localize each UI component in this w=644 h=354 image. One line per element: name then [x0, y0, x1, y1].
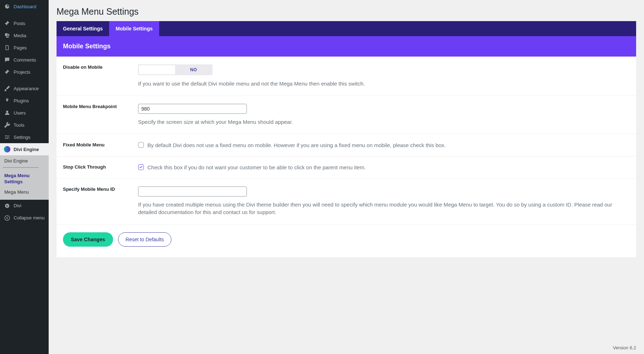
collapse-icon [4, 214, 11, 222]
submenu-divider [3, 167, 39, 168]
sidebar-item-plugins[interactable]: Plugins [0, 94, 49, 107]
field-label: Mobile Menu Breakpoint [63, 104, 138, 126]
sidebar-item-collapse[interactable]: Collapse menu [0, 212, 49, 224]
sidebar-item-users[interactable]: Users [0, 107, 49, 119]
dashboard-icon [4, 3, 11, 10]
pin-icon [4, 68, 11, 76]
panel-header: Mobile Settings [57, 36, 636, 57]
field-description: If you want to use the default Divi mobi… [138, 80, 630, 88]
submenu-item-mega-menu-settings[interactable]: Mega Menu Settings [0, 171, 49, 187]
tab-mobile-settings[interactable]: Mobile Settings [109, 21, 159, 36]
toggle-state-label: NO [177, 67, 210, 72]
actions-row: Save Changes Reset to Defaults [57, 224, 636, 257]
sidebar-submenu: Divi Engine Mega Menu Settings Mega Menu [0, 155, 49, 200]
tab-bar: General Settings Mobile Settings [57, 21, 636, 36]
sidebar-item-label: Media [14, 33, 26, 38]
sidebar-item-label: Users [14, 110, 26, 116]
sidebar-item-posts[interactable]: Posts [0, 17, 49, 29]
divi-icon: D [4, 202, 11, 209]
wrench-icon [4, 121, 11, 128]
field-label: Specify Mobile Menu ID [63, 186, 138, 217]
sidebar-item-appearance[interactable]: Appearance [0, 82, 49, 94]
media-icon [4, 32, 11, 39]
comment-icon [4, 56, 11, 63]
sidebar-item-label: Collapse menu [14, 215, 45, 220]
sidebar-item-label: Appearance [14, 86, 39, 91]
save-button[interactable]: Save Changes [63, 232, 113, 247]
field-mobile-breakpoint: Mobile Menu Breakpoint Specify the scree… [57, 96, 636, 134]
sidebar-item-tools[interactable]: Tools [0, 119, 49, 131]
svg-point-2 [5, 215, 10, 220]
sidebar-item-label: Projects [14, 69, 30, 75]
main-content: Mega Menu Settings General Settings Mobi… [49, 0, 644, 354]
field-description: By default Divi does not use a fixed men… [147, 142, 446, 148]
disable-mobile-toggle[interactable]: NO [138, 64, 213, 75]
field-label: Stop Click Through [63, 164, 138, 170]
sidebar-item-label: Tools [14, 122, 24, 128]
field-label: Fixed Mobile Menu [63, 142, 138, 148]
sidebar-item-divi[interactable]: D Divi [0, 200, 49, 212]
sidebar-item-label: Dashboard [14, 4, 36, 9]
user-icon [4, 109, 11, 116]
pages-icon [4, 44, 11, 51]
sidebar-item-label: Comments [14, 57, 36, 63]
sidebar-item-pages[interactable]: Pages [0, 42, 49, 54]
field-stop-click-through: Stop Click Through Check this box if you… [57, 156, 636, 179]
version-label: Version 6.2 [613, 345, 636, 350]
page-title: Mega Menu Settings [57, 4, 636, 21]
menu-id-input[interactable] [138, 186, 247, 197]
tab-general-settings[interactable]: General Settings [57, 21, 109, 36]
submenu-parent-label[interactable]: Divi Engine [0, 155, 49, 166]
sidebar-item-settings[interactable]: Settings [0, 131, 49, 143]
field-description: Check this box if you do not want your c… [147, 164, 366, 170]
submenu-item-mega-menu[interactable]: Mega Menu [0, 187, 49, 197]
sidebar-item-label: Settings [14, 135, 30, 140]
pin-icon [4, 20, 11, 27]
sidebar-item-label: Posts [14, 21, 25, 26]
svg-text:D: D [6, 204, 8, 208]
admin-sidebar: Dashboard Posts Media Pages Comments Pro… [0, 0, 49, 354]
sidebar-item-label: Divi Engine [14, 147, 39, 152]
toggle-knob [139, 65, 175, 74]
stop-click-checkbox[interactable] [138, 164, 144, 170]
sidebar-item-projects[interactable]: Projects [0, 66, 49, 78]
field-mobile-menu-id: Specify Mobile Menu ID If you have creat… [57, 179, 636, 225]
field-description: If you have created multiple menus using… [138, 201, 630, 217]
reset-button[interactable]: Reset to Defaults [118, 232, 171, 247]
sidebar-item-label: Divi [14, 203, 21, 208]
sidebar-item-divi-engine[interactable]: Divi Engine [0, 143, 49, 155]
breakpoint-input[interactable] [138, 104, 247, 114]
field-description: Specify the screen size at which your Me… [138, 118, 630, 126]
sidebar-item-comments[interactable]: Comments [0, 54, 49, 66]
panel-body: Disable on Mobile NO If you want to use … [57, 57, 636, 257]
sidebar-item-dashboard[interactable]: Dashboard [0, 0, 49, 13]
fixed-menu-checkbox[interactable] [138, 142, 144, 148]
field-fixed-mobile-menu: Fixed Mobile Menu By default Divi does n… [57, 134, 636, 156]
sidebar-item-label: Pages [14, 45, 27, 50]
sidebar-item-label: Plugins [14, 98, 29, 103]
field-label: Disable on Mobile [63, 64, 138, 88]
plug-icon [4, 97, 11, 104]
sidebar-item-media[interactable]: Media [0, 29, 49, 42]
sliders-icon [4, 134, 11, 141]
field-disable-on-mobile: Disable on Mobile NO If you want to use … [57, 57, 636, 96]
divi-engine-icon [4, 146, 11, 153]
brush-icon [4, 85, 11, 92]
